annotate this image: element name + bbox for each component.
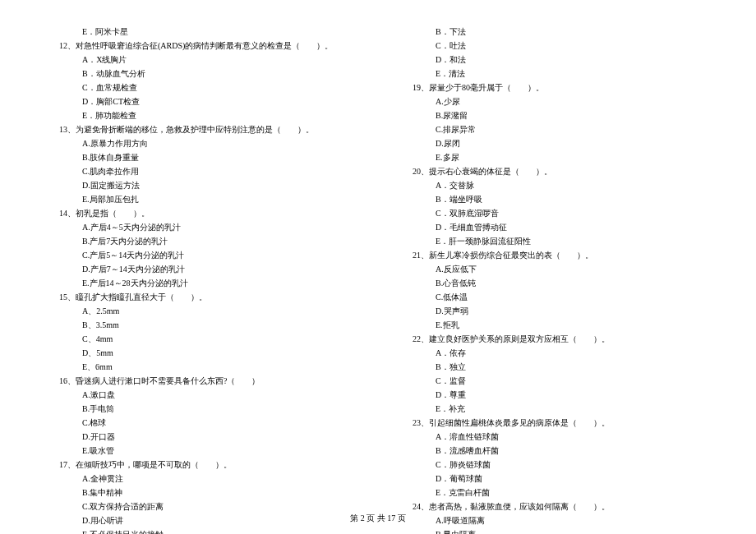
question-line: 13、为避免骨折断端的移位，急救及护理中应特别注意的是（ ）。 bbox=[49, 122, 353, 136]
question-line: 21、新生儿寒冷损伤综合征最突出的表（ ）。 bbox=[403, 248, 707, 262]
question-line: 19、尿量少于80毫升属于（ ）。 bbox=[403, 81, 707, 94]
option-line: E.局部加压包扎 bbox=[49, 192, 353, 206]
option-line: D.产后7～14天内分泌的乳汁 bbox=[49, 262, 353, 276]
question-line: 23、引起细菌性扁桃体炎最多见的病原体是（ ）。 bbox=[403, 416, 707, 430]
option-line: D．葡萄球菌 bbox=[403, 472, 707, 486]
content-columns: E．阿米卡星12、对急性呼吸窘迫综合征(ARDS)的病情判断最有意义的检查是（ … bbox=[49, 25, 707, 501]
option-line: B．端坐呼吸 bbox=[403, 192, 707, 206]
option-line: C、4mm bbox=[49, 332, 353, 346]
question-line: 20、提示右心衰竭的体征是（ ）。 bbox=[403, 164, 707, 178]
option-line: E．克雷白杆菌 bbox=[403, 486, 707, 499]
option-line: A.产后4～5天内分泌的乳汁 bbox=[49, 220, 353, 234]
option-line: B．动脉血气分析 bbox=[49, 67, 353, 81]
option-line: C．监督 bbox=[403, 374, 707, 388]
option-line: B、3.5mm bbox=[49, 318, 353, 332]
question-line: 17、在倾听技巧中，哪项是不可取的（ ）。 bbox=[49, 458, 353, 472]
option-line: E．肝一颈静脉回流征阳性 bbox=[403, 234, 707, 248]
option-line: C．肺炎链球菌 bbox=[403, 458, 707, 472]
option-line: D．和法 bbox=[403, 53, 707, 67]
option-line: D．胸部CT检查 bbox=[49, 94, 353, 108]
option-line: E.拒乳 bbox=[403, 318, 707, 332]
option-line: B.肢体自身重量 bbox=[49, 150, 353, 164]
option-line: A．X线胸片 bbox=[49, 53, 353, 67]
question-line: 24、患者高热，黏液脓血便，应该如何隔离（ ）。 bbox=[403, 499, 707, 513]
option-line: C．血常规检查 bbox=[49, 81, 353, 94]
left-column: E．阿米卡星12、对急性呼吸窘迫综合征(ARDS)的病情判断最有意义的检查是（ … bbox=[49, 25, 353, 501]
option-line: B．下法 bbox=[403, 25, 707, 39]
option-line: A、2.5mm bbox=[49, 304, 353, 318]
question-line: 16、昏迷病人进行漱口时不需要具备什么东西?（ ） bbox=[49, 374, 353, 388]
option-line: C.低体温 bbox=[403, 290, 707, 304]
option-line: B.尿潴留 bbox=[403, 108, 707, 122]
option-line: E.多尿 bbox=[403, 150, 707, 164]
option-line: E、6mm bbox=[49, 360, 353, 374]
option-line: C.产后5～14天内分泌的乳汁 bbox=[49, 248, 353, 262]
option-line: A.少尿 bbox=[403, 94, 707, 108]
option-line: A．依存 bbox=[403, 346, 707, 360]
question-line: 15、瞳孔扩大指瞳孔直径大于（ ）。 bbox=[49, 290, 353, 304]
option-line: A.反应低下 bbox=[403, 262, 707, 276]
option-line: D．尊重 bbox=[403, 388, 707, 402]
option-line: E．补充 bbox=[403, 402, 707, 416]
right-column: B．下法C．吐法D．和法E．清法19、尿量少于80毫升属于（ ）。A.少尿B.尿… bbox=[403, 25, 707, 501]
option-line: B．独立 bbox=[403, 360, 707, 374]
option-line: A．交替脉 bbox=[403, 178, 707, 192]
option-line: D.哭声弱 bbox=[403, 304, 707, 318]
option-line: D.尿闭 bbox=[403, 136, 707, 150]
option-line: B.心音低钝 bbox=[403, 276, 707, 290]
option-line: B.昆虫隔离 bbox=[403, 527, 707, 534]
option-line: B.手电筒 bbox=[49, 402, 353, 416]
page-footer: 第 2 页 共 17 页 bbox=[0, 513, 756, 524]
option-line: B．流感嗜血杆菌 bbox=[403, 444, 707, 458]
option-line: C.双方保持合适的距离 bbox=[49, 499, 353, 513]
option-line: E.吸水管 bbox=[49, 444, 353, 458]
option-line: C．吐法 bbox=[403, 39, 707, 53]
option-line: B.产后7天内分泌的乳汁 bbox=[49, 234, 353, 248]
option-line: A.漱口盘 bbox=[49, 388, 353, 402]
option-line: C.肌肉牵拉作用 bbox=[49, 164, 353, 178]
option-line: C.排尿异常 bbox=[403, 122, 707, 136]
option-line: A.全神贯注 bbox=[49, 472, 353, 486]
question-line: 12、对急性呼吸窘迫综合征(ARDS)的病情判断最有意义的检查是（ ）。 bbox=[49, 39, 353, 53]
option-line: D．毛细血管搏动征 bbox=[403, 220, 707, 234]
option-line: A.原暴力作用方向 bbox=[49, 136, 353, 150]
option-line: C.棉球 bbox=[49, 416, 353, 430]
option-line: E．阿米卡星 bbox=[49, 25, 353, 39]
option-line: D.开口器 bbox=[49, 430, 353, 444]
option-line: B.集中精神 bbox=[49, 486, 353, 499]
question-line: 14、初乳是指（ ）。 bbox=[49, 206, 353, 220]
question-line: 22、建立良好医护关系的原则是双方应相互（ ）。 bbox=[403, 332, 707, 346]
option-line: E.产后14～28天内分泌的乳汁 bbox=[49, 276, 353, 290]
option-line: C．双肺底湿啰音 bbox=[403, 206, 707, 220]
option-line: E．清法 bbox=[403, 67, 707, 81]
option-line: E.不必保持目光的接触 bbox=[49, 527, 353, 534]
option-line: E．肺功能检查 bbox=[49, 108, 353, 122]
option-line: D、5mm bbox=[49, 346, 353, 360]
option-line: A．溶血性链球菌 bbox=[403, 430, 707, 444]
option-line: D.固定搬运方法 bbox=[49, 178, 353, 192]
